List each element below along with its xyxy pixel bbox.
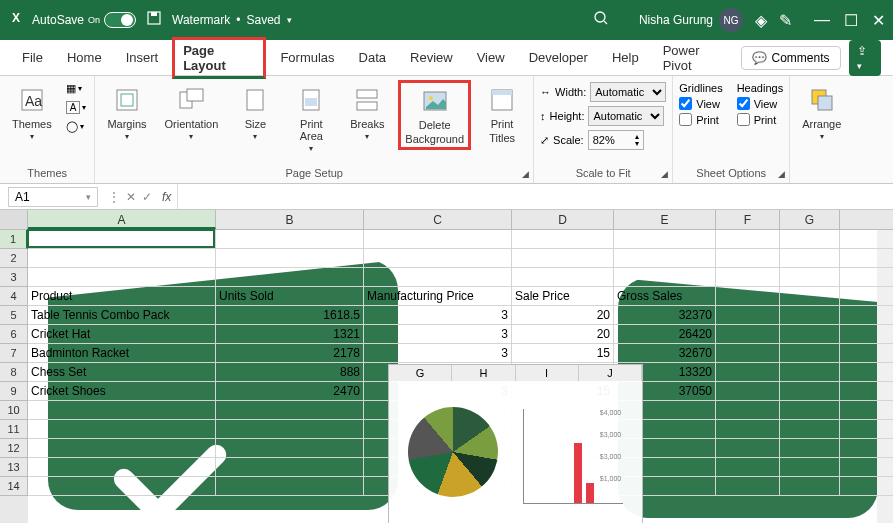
cell[interactable] — [780, 401, 840, 419]
cell[interactable] — [780, 439, 840, 457]
chevron-down-icon[interactable]: ▾ — [287, 15, 292, 25]
row-header[interactable]: 14 — [0, 477, 28, 496]
cell[interactable] — [716, 249, 780, 267]
row-header[interactable]: 12 — [0, 439, 28, 458]
cell[interactable]: 32670 — [614, 344, 716, 362]
tab-power-pivot[interactable]: Power Pivot — [653, 37, 738, 79]
cell[interactable] — [512, 268, 614, 286]
effects-button[interactable]: ◯▾ — [64, 118, 89, 135]
cell[interactable]: 3 — [364, 325, 512, 343]
tab-home[interactable]: Home — [57, 44, 112, 71]
row-header[interactable]: 4 — [0, 287, 28, 306]
cell[interactable] — [364, 268, 512, 286]
scale-spinner[interactable]: 82%▴▾ — [588, 130, 644, 150]
row-header[interactable]: 1 — [0, 230, 28, 249]
user-account[interactable]: Nisha Gurung NG — [639, 8, 743, 32]
tab-developer[interactable]: Developer — [519, 44, 598, 71]
cell[interactable] — [216, 420, 364, 438]
cell[interactable] — [716, 420, 780, 438]
cell[interactable]: Gross Sales — [614, 287, 716, 305]
column-header[interactable]: C — [364, 210, 512, 229]
cell[interactable]: Cricket Shoes — [28, 382, 216, 400]
cell[interactable]: 1321 — [216, 325, 364, 343]
cell[interactable] — [364, 249, 512, 267]
cell[interactable]: 20 — [512, 325, 614, 343]
cell[interactable] — [716, 268, 780, 286]
print-area-button[interactable]: Print Area▾ — [286, 80, 336, 157]
tab-formulas[interactable]: Formulas — [270, 44, 344, 71]
cell[interactable] — [780, 306, 840, 324]
cell[interactable] — [716, 287, 780, 305]
headings-print-checkbox[interactable]: Print — [737, 113, 783, 126]
column-header[interactable]: A — [28, 210, 216, 229]
close-button[interactable]: ✕ — [872, 11, 885, 30]
minimize-button[interactable]: — — [814, 11, 830, 30]
cell[interactable]: 32370 — [614, 306, 716, 324]
gridlines-print-checkbox[interactable]: Print — [679, 113, 722, 126]
cell[interactable] — [716, 477, 780, 495]
tab-help[interactable]: Help — [602, 44, 649, 71]
row-header[interactable]: 3 — [0, 268, 28, 287]
headings-view-checkbox[interactable]: View — [737, 97, 783, 110]
column-header[interactable]: B — [216, 210, 364, 229]
cell[interactable] — [512, 230, 614, 248]
gridlines-view-checkbox[interactable]: View — [679, 97, 722, 110]
cell[interactable] — [364, 230, 512, 248]
tab-page-layout[interactable]: Page Layout — [172, 37, 266, 79]
cell[interactable] — [780, 458, 840, 476]
cell[interactable]: Sale Price — [512, 287, 614, 305]
row-header[interactable]: 11 — [0, 420, 28, 439]
search-icon[interactable] — [593, 10, 609, 30]
fx-label[interactable]: fx — [162, 190, 171, 204]
tab-review[interactable]: Review — [400, 44, 463, 71]
tab-data[interactable]: Data — [349, 44, 396, 71]
cell[interactable] — [716, 344, 780, 362]
cell[interactable]: Chess Set — [28, 363, 216, 381]
cell[interactable] — [716, 363, 780, 381]
cell[interactable] — [216, 458, 364, 476]
cell[interactable]: 20 — [512, 306, 614, 324]
select-all-corner[interactable] — [0, 210, 28, 229]
colors-button[interactable]: ▦▾ — [64, 80, 89, 97]
cell[interactable] — [614, 268, 716, 286]
sheet-options-launcher[interactable]: ◢ — [778, 169, 785, 179]
tab-insert[interactable]: Insert — [116, 44, 169, 71]
row-header[interactable]: 9 — [0, 382, 28, 401]
share-button[interactable]: ⇪ ▾ — [849, 40, 882, 76]
row-header[interactable]: 8 — [0, 363, 28, 382]
cell[interactable] — [28, 477, 216, 495]
cell[interactable]: 3 — [364, 306, 512, 324]
cancel-icon[interactable]: ✕ — [126, 190, 136, 204]
name-box[interactable]: A1▾ — [8, 187, 98, 207]
row-header[interactable]: 6 — [0, 325, 28, 344]
row-header[interactable]: 7 — [0, 344, 28, 363]
cell[interactable] — [614, 230, 716, 248]
tab-file[interactable]: File — [12, 44, 53, 71]
margins-button[interactable]: Margins▾ — [101, 80, 152, 145]
enter-icon[interactable]: ✓ — [142, 190, 152, 204]
cell[interactable]: Table Tennis Combo Pack — [28, 306, 216, 324]
column-header[interactable]: E — [614, 210, 716, 229]
cell[interactable] — [780, 287, 840, 305]
cell[interactable] — [780, 325, 840, 343]
comments-button[interactable]: 💬 Comments — [741, 46, 840, 70]
cell[interactable] — [216, 230, 364, 248]
width-select[interactable]: Automatic — [590, 82, 666, 102]
cell[interactable] — [512, 249, 614, 267]
print-titles-button[interactable]: PrintTitles — [477, 80, 527, 148]
cell[interactable]: Cricket Hat — [28, 325, 216, 343]
cell[interactable] — [28, 268, 216, 286]
orientation-button[interactable]: Orientation▾ — [159, 80, 225, 145]
cell[interactable] — [28, 420, 216, 438]
tab-view[interactable]: View — [467, 44, 515, 71]
cell[interactable]: 26420 — [614, 325, 716, 343]
cell[interactable] — [716, 439, 780, 457]
cell[interactable] — [716, 401, 780, 419]
pencil-icon[interactable]: ✎ — [779, 11, 792, 30]
cell[interactable] — [716, 382, 780, 400]
cell[interactable] — [780, 230, 840, 248]
cell[interactable] — [780, 363, 840, 381]
column-header[interactable]: D — [512, 210, 614, 229]
height-select[interactable]: Automatic — [588, 106, 664, 126]
cell[interactable] — [28, 401, 216, 419]
